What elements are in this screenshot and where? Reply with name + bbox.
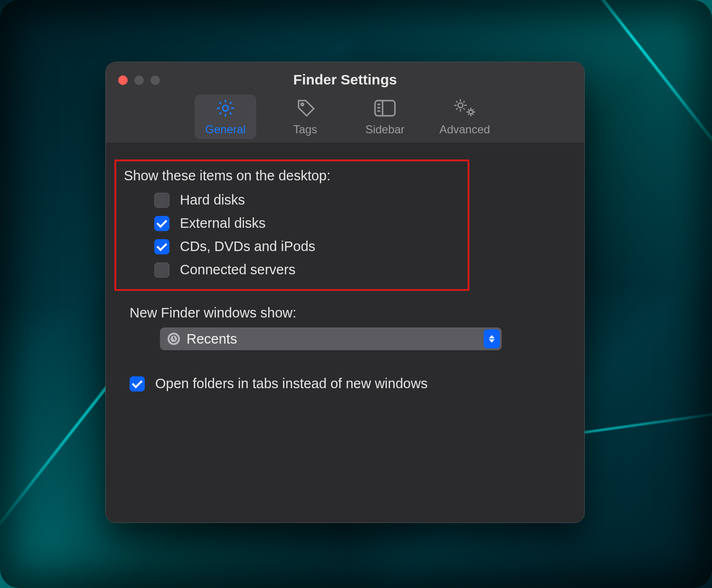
tab-sidebar[interactable]: Sidebar [354, 94, 416, 139]
option-label: CDs, DVDs and iPods [180, 239, 315, 254]
checkbox-cds-dvds-ipods[interactable] [154, 239, 169, 254]
tab-advanced[interactable]: Advanced [434, 94, 496, 139]
svg-point-0 [223, 105, 228, 111]
general-panel: Show these items on the desktop: Hard di… [106, 143, 584, 392]
recents-icon [168, 333, 180, 345]
toolbar: General Tags Sidebar [106, 92, 584, 139]
select-value: Recents [187, 331, 237, 347]
option-label: Connected servers [180, 262, 295, 278]
tab-label: Sidebar [365, 123, 405, 136]
checkbox-external-disks[interactable] [154, 216, 169, 231]
new-windows-select[interactable]: Recents [160, 327, 502, 350]
option-hard-disks: Hard disks [154, 192, 463, 208]
option-label: External disks [180, 215, 266, 231]
gears-icon [452, 97, 478, 119]
tag-icon [295, 97, 316, 119]
tab-label: Tags [293, 123, 318, 136]
tab-tags[interactable]: Tags [274, 94, 336, 139]
gear-icon [215, 97, 236, 119]
option-connected-servers: Connected servers [154, 262, 463, 278]
option-label: Open folders in tabs instead of new wind… [155, 376, 428, 392]
annotation-highlight: Show these items on the desktop: Hard di… [114, 159, 469, 291]
option-open-in-tabs: Open folders in tabs instead of new wind… [130, 376, 563, 392]
new-windows-label: New Finder windows show: [130, 305, 563, 321]
tab-label: Advanced [440, 123, 490, 136]
checkbox-open-in-tabs[interactable] [130, 376, 145, 392]
svg-point-8 [469, 110, 473, 114]
svg-point-1 [301, 103, 304, 106]
finder-settings-window: Finder Settings General Tags Sidebar [105, 62, 585, 523]
option-label: Hard disks [180, 192, 245, 208]
checkbox-hard-disks[interactable] [154, 193, 169, 208]
desktop-items-list: Hard disks External disks CDs, DVDs and … [154, 192, 463, 278]
titlebar: Finder Settings General Tags Sidebar [106, 62, 584, 143]
option-external-disks: External disks [154, 215, 463, 231]
sidebar-icon [373, 97, 397, 119]
window-title: Finder Settings [106, 72, 584, 88]
svg-point-7 [458, 103, 463, 108]
checkbox-connected-servers[interactable] [154, 262, 169, 278]
tab-label: General [205, 123, 245, 136]
tab-general[interactable]: General [195, 94, 256, 139]
option-cds-dvds-ipods: CDs, DVDs and iPods [154, 239, 463, 254]
select-stepper-icon [484, 329, 500, 348]
show-items-label: Show these items on the desktop: [124, 168, 463, 184]
